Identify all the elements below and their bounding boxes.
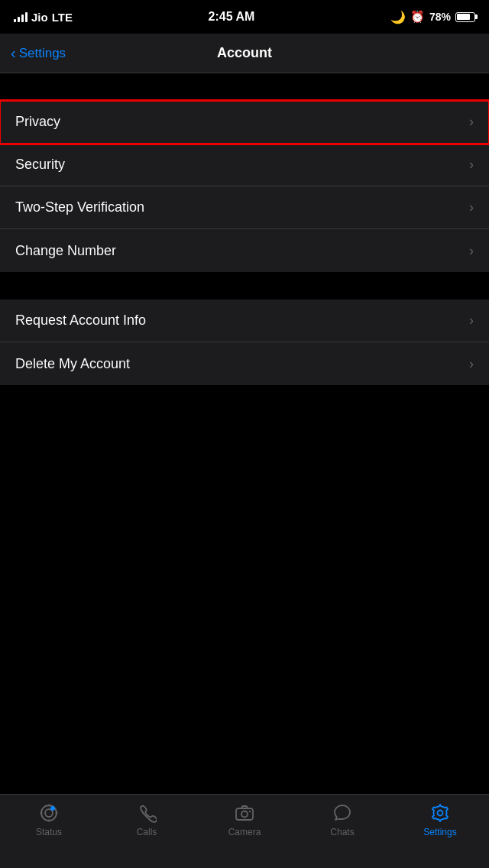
calls-icon xyxy=(136,802,157,824)
top-spacer xyxy=(0,73,489,101)
security-item[interactable]: Security › xyxy=(0,144,489,186)
security-label: Security xyxy=(15,157,65,173)
back-label: Settings xyxy=(19,46,66,61)
svg-point-6 xyxy=(50,806,55,811)
network-label: LTE xyxy=(52,11,73,24)
delete-account-label: Delete My Account xyxy=(15,356,130,372)
tab-calls-label: Calls xyxy=(137,827,157,837)
request-account-label: Request Account Info xyxy=(15,313,146,329)
carrier-label: Jio xyxy=(31,11,48,24)
time-label: 2:45 AM xyxy=(209,10,255,24)
status-icon xyxy=(38,802,60,824)
tab-settings[interactable]: Settings xyxy=(391,802,489,837)
tab-chats-label: Chats xyxy=(330,827,354,837)
two-step-chevron-icon: › xyxy=(469,199,474,215)
svg-rect-7 xyxy=(236,808,253,820)
privacy-item[interactable]: Privacy › xyxy=(0,101,489,144)
change-number-chevron-icon: › xyxy=(469,243,474,259)
camera-icon xyxy=(234,802,255,824)
svg-point-8 xyxy=(241,811,248,818)
content-spacer xyxy=(0,385,489,794)
moon-icon: 🌙 xyxy=(390,10,406,24)
two-step-verification-item[interactable]: Two-Step Verification › xyxy=(0,186,489,229)
svg-point-9 xyxy=(249,811,251,812)
request-account-info-item[interactable]: Request Account Info › xyxy=(0,300,489,342)
tab-status[interactable]: Status xyxy=(0,802,98,837)
alarm-icon: ⏰ xyxy=(410,10,425,24)
tab-chats[interactable]: Chats xyxy=(293,802,391,837)
battery-percent: 78% xyxy=(429,11,451,23)
status-bar: Jio LTE 2:45 AM 🌙 ⏰ 78% xyxy=(0,0,489,34)
signal-icon xyxy=(14,11,28,22)
chats-icon xyxy=(332,802,353,824)
back-chevron-icon: ‹ xyxy=(11,44,16,62)
privacy-label: Privacy xyxy=(15,114,60,130)
mid-spacer xyxy=(0,272,489,300)
change-number-label: Change Number xyxy=(15,243,116,259)
svg-point-5 xyxy=(40,812,43,815)
tab-calls[interactable]: Calls xyxy=(98,802,196,837)
request-account-chevron-icon: › xyxy=(469,313,474,329)
svg-point-2 xyxy=(48,805,50,807)
tab-camera[interactable]: Camera xyxy=(196,802,293,837)
battery-icon xyxy=(455,12,475,22)
settings-group-2: Request Account Info › Delete My Account… xyxy=(0,300,489,385)
privacy-chevron-icon: › xyxy=(469,114,474,130)
change-number-item[interactable]: Change Number › xyxy=(0,229,489,272)
tab-camera-label: Camera xyxy=(228,827,261,837)
back-button[interactable]: ‹ Settings xyxy=(11,45,66,62)
svg-point-10 xyxy=(438,811,443,816)
page-title: Account xyxy=(217,45,272,61)
status-right: 🌙 ⏰ 78% xyxy=(390,10,475,24)
tab-bar: Status Calls Camera Chats xyxy=(0,794,489,868)
status-left: Jio LTE xyxy=(14,11,73,24)
tab-status-label: Status xyxy=(36,827,62,837)
nav-header: ‹ Settings Account xyxy=(0,34,489,73)
security-chevron-icon: › xyxy=(469,157,474,173)
svg-point-3 xyxy=(56,812,58,815)
tab-settings-label: Settings xyxy=(423,827,456,837)
delete-account-chevron-icon: › xyxy=(469,356,474,372)
svg-point-4 xyxy=(48,820,50,822)
settings-icon xyxy=(429,802,451,824)
delete-account-item[interactable]: Delete My Account › xyxy=(0,342,489,385)
settings-group-1: Privacy › Security › Two-Step Verificati… xyxy=(0,101,489,272)
two-step-label: Two-Step Verification xyxy=(15,199,144,215)
